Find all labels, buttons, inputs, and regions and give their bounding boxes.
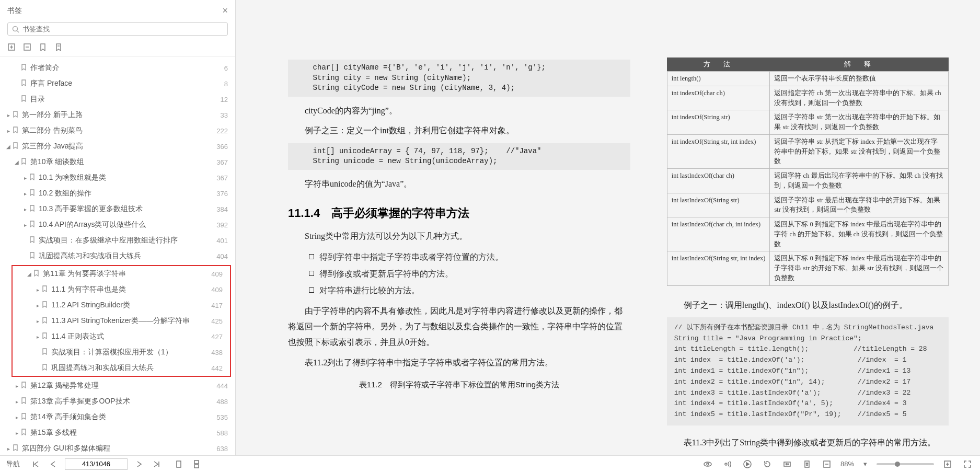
tree-toggle-icon[interactable]: ▸: [22, 175, 28, 181]
zoom-dropdown-icon[interactable]: ▾: [861, 459, 869, 469]
zoom-out-button[interactable]: [821, 459, 833, 469]
bookmark-row[interactable]: ▸第12章 揭秘异常处理444: [0, 378, 235, 394]
tree-toggle-icon[interactable]: ▸: [14, 430, 20, 436]
status-bar: 导航 88% ▾: [0, 455, 980, 472]
bookmark-icon: [29, 236, 36, 245]
bookmark-page: 222: [216, 127, 228, 135]
tree-toggle-icon[interactable]: ▸: [22, 222, 28, 228]
bookmark-row[interactable]: ◢第三部分 Java提高366: [0, 139, 235, 154]
bookmark-row[interactable]: 作者简介6: [0, 60, 235, 76]
bookmark-row[interactable]: 目录12: [0, 91, 235, 107]
bookmark-label: 第三部分 Java提高: [22, 142, 212, 151]
document-viewport[interactable]: char[] cityName ={'B', 'e', 'i', 'j', 'i…: [236, 0, 980, 472]
bookmark-row[interactable]: ▸第四部分 GUI和多媒体编程638: [0, 441, 235, 456]
bookmark-row[interactable]: ▸11.4 正则表达式427: [13, 329, 230, 344]
bookmark-row[interactable]: ▸第二部分 告别菜鸟222: [0, 123, 235, 139]
table-row: int length()返回一个表示字符串长度的整数值: [667, 72, 948, 86]
fullscreen-icon[interactable]: [961, 459, 974, 469]
svg-line-1: [17, 31, 19, 32]
section-heading: 11.1.4 高手必须掌握的字符串方法: [288, 205, 630, 221]
bookmark-page: 425: [211, 317, 223, 325]
bookmark-icon: [21, 79, 27, 88]
tree-toggle-icon[interactable]: ▸: [5, 128, 11, 134]
tree-toggle-icon[interactable]: ◢: [5, 144, 11, 149]
tree-toggle-icon[interactable]: ▸: [14, 415, 20, 420]
table-cell: 返回字符 ch 最后出现在字符串中的下标。如果 ch 没有找到，则返回一个负整数: [770, 169, 949, 193]
bookmark-row[interactable]: 实战项目：在多级继承中应用数组进行排序401: [0, 233, 235, 248]
tree-toggle-icon[interactable]: ◢: [14, 159, 20, 165]
zoom-in-button[interactable]: [941, 459, 954, 469]
rotate-icon[interactable]: [761, 459, 774, 469]
bookmark-row[interactable]: 巩固提高练习和实战项目大练兵442: [13, 360, 230, 376]
bookmark-row[interactable]: ▸第15章 多线程588: [0, 425, 235, 441]
nav-label: 导航: [6, 459, 20, 469]
bookmark-row[interactable]: ▸10.1 为啥数组就是类367: [0, 170, 235, 186]
code-block: char[] cityName ={'B', 'e', 'i', 'j', 'i…: [288, 60, 630, 97]
bookmark-page: 33: [221, 111, 228, 119]
collapse-all-icon[interactable]: [23, 43, 31, 51]
table-row: int indexOf(char ch)返回指定字符 ch 第一次出现在字符串中…: [667, 86, 948, 110]
tree-toggle-icon[interactable]: ▸: [14, 399, 20, 405]
bookmark-search[interactable]: [7, 22, 228, 36]
bookmark-row[interactable]: ▸10.2 数组的操作376: [0, 186, 235, 201]
bookmark-row[interactable]: ▸11.2 API StringBuilder类417: [13, 297, 230, 313]
table-cell: int indexOf(String str, int index): [667, 134, 770, 168]
bookmark-row[interactable]: ◢第10章 细谈数组367: [0, 154, 235, 170]
sidebar-title: 书签: [7, 6, 222, 16]
table-cell: 返回一个表示字符串长度的整数值: [770, 72, 949, 86]
next-page-button[interactable]: [133, 459, 145, 469]
read-aloud-icon[interactable]: [721, 459, 734, 469]
bookmark-range-icon[interactable]: [54, 43, 63, 51]
table-cell: 返回从下标 0 到指定下标 index 中最后出现在字符串中的字符 ch 的开始…: [770, 217, 949, 251]
bookmark-add-icon[interactable]: [39, 43, 47, 51]
bookmark-row[interactable]: ▸第13章 高手掌握更多OOP技术488: [0, 394, 235, 409]
bookmark-label: 作者简介: [30, 63, 220, 73]
bookmark-page: 367: [216, 158, 228, 166]
single-page-icon[interactable]: [172, 459, 185, 469]
bookmark-icon: [29, 221, 36, 229]
close-icon[interactable]: ×: [222, 5, 228, 16]
svg-point-12: [707, 463, 709, 465]
paragraph: 表11.2列出了得到字符串中指定子字符串或者字符位置的常用方法。: [288, 355, 630, 371]
first-page-button[interactable]: [29, 459, 42, 469]
paragraph: cityCode的内容为“jing”。: [288, 103, 630, 119]
tree-toggle-icon[interactable]: ▸: [34, 287, 41, 293]
bookmark-icon: [21, 382, 27, 390]
bookmark-search-input[interactable]: [22, 25, 223, 33]
page-input[interactable]: [65, 458, 128, 470]
prev-page-button[interactable]: [47, 459, 60, 469]
bookmark-row[interactable]: ▸第一部分 新手上路33: [0, 107, 235, 123]
expand-all-icon[interactable]: [7, 43, 16, 51]
bookmark-icon: [29, 252, 36, 260]
tree-toggle-icon[interactable]: ▸: [14, 383, 20, 389]
bookmark-icon: [21, 158, 27, 166]
table-cell: 返回指定字符 ch 第一次出现在字符串中的下标。如果 ch 没有找到，则返回一个…: [770, 86, 949, 110]
bookmark-row[interactable]: 实战项目：计算器模拟应用开发（1）438: [13, 344, 230, 360]
fit-width-icon[interactable]: [781, 459, 793, 469]
bookmark-row[interactable]: 巩固提高练习和实战项目大练兵404: [0, 248, 235, 264]
continuous-page-icon[interactable]: [190, 459, 203, 469]
tree-toggle-icon[interactable]: ▸: [5, 446, 11, 452]
bookmark-row[interactable]: ▸10.4 API的Arrays类可以做些什么392: [0, 217, 235, 233]
bookmark-row[interactable]: ▸10.3 高手要掌握的更多数组技术384: [0, 201, 235, 217]
bookmark-page: 444: [216, 382, 228, 390]
bookmark-label: 11.1 为何字符串也是类: [51, 285, 207, 294]
zoom-slider[interactable]: [877, 463, 934, 465]
bookmark-row[interactable]: ▸11.1 为何字符串也是类409: [13, 282, 230, 297]
bookmark-row[interactable]: ▸第14章 高手须知集合类535: [0, 409, 235, 425]
bookmark-label: 11.3 API StringTokenizer类——分解字符串: [51, 316, 207, 326]
bookmark-row[interactable]: ▸11.3 API StringTokenizer类——分解字符串425: [13, 313, 230, 329]
fit-page-icon[interactable]: [801, 459, 813, 469]
tree-toggle-icon[interactable]: ▸: [34, 318, 41, 324]
last-page-button[interactable]: [151, 459, 163, 469]
play-icon[interactable]: [741, 459, 754, 469]
tree-toggle-icon[interactable]: ▸: [34, 303, 41, 308]
tree-toggle-icon[interactable]: ▸: [22, 191, 28, 197]
tree-toggle-icon[interactable]: ◢: [26, 271, 32, 277]
view-mode-icon[interactable]: [701, 459, 714, 469]
tree-toggle-icon[interactable]: ▸: [5, 112, 11, 118]
tree-toggle-icon[interactable]: ▸: [34, 334, 41, 340]
bookmark-row[interactable]: ◢第11章 为何要再谈字符串409: [13, 266, 230, 282]
bookmark-row[interactable]: 序言 Preface8: [0, 76, 235, 91]
tree-toggle-icon[interactable]: ▸: [22, 206, 28, 212]
